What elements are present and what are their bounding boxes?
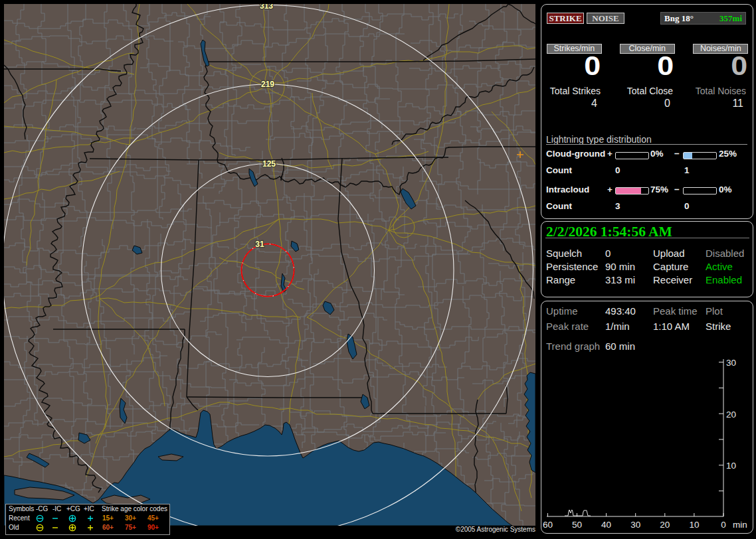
svg-text:60: 60 [543,520,553,530]
svg-text:30: 30 [630,520,640,530]
svg-text:313: 313 [260,4,273,11]
svg-text:10: 10 [689,520,699,530]
svg-text:125: 125 [262,159,276,169]
svg-text:20: 20 [726,410,736,420]
svg-text:219: 219 [261,80,274,89]
svg-text:50: 50 [572,520,582,530]
svg-text:10: 10 [726,461,736,471]
svg-text:min: min [733,520,747,530]
svg-text:30: 30 [726,358,736,368]
svg-text:31: 31 [255,240,264,249]
svg-text:40: 40 [601,520,611,530]
svg-text:20: 20 [660,520,670,530]
svg-text:0: 0 [721,520,726,530]
